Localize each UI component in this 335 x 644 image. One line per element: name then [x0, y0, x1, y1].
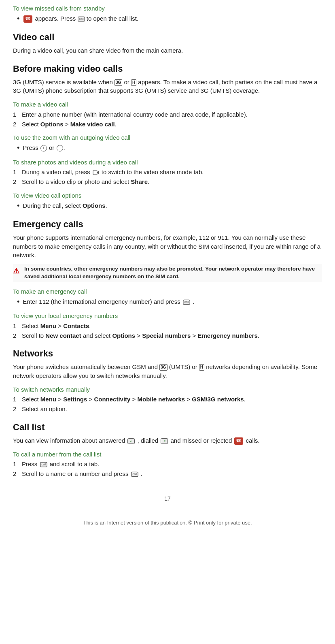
zoom-bullet: • Press + or −. — [17, 143, 322, 153]
video-call-heading: Video call — [13, 31, 322, 44]
svg-text:call: call — [132, 473, 137, 476]
call-list-body: You can view information about answered … — [13, 436, 322, 445]
switch-networks-item-2: 2 Select an option. — [13, 405, 322, 414]
warning-text: In some countries, other emergency numbe… — [24, 265, 322, 281]
page-footer: This is an Internet version of this publ… — [13, 515, 322, 527]
bullet-dot: • — [17, 14, 19, 23]
3g-badge-2: 3G — [159, 364, 167, 371]
make-emergency-bullet: • Enter 112 (the international emergency… — [17, 297, 322, 307]
call-number-heading: To call a number from the call list — [13, 450, 322, 459]
make-emergency-heading: To make an emergency call — [13, 287, 322, 296]
share-item-2: 2 Scroll to a video clip or photo and se… — [13, 177, 322, 186]
missed-call-icon: ☎ — [23, 15, 32, 23]
missed-calls-heading: To view missed calls from standby — [13, 4, 322, 13]
warning-box: ⚠ In some countries, other emergency num… — [13, 264, 322, 282]
view-options-bullet: • During the call, select Options. — [17, 201, 322, 211]
zoom-plus-icon: + — [40, 145, 47, 151]
page-number: 17 — [13, 495, 322, 503]
before-video-heading: Before making video calls — [13, 62, 322, 75]
view-options-heading: To view video call options — [13, 191, 322, 200]
video-share-icon — [93, 169, 99, 176]
view-emergency-item-2: 2 Scroll to New contact and select Optio… — [13, 331, 322, 340]
share-heading: To share photos and videos during a vide… — [13, 158, 322, 167]
networks-body: Your phone switches automatically betwee… — [13, 363, 322, 380]
switch-networks-list: 1 Select Menu > Settings > Connectivity … — [13, 395, 322, 414]
make-video-call-item-1: 1 Enter a phone number (with internation… — [13, 110, 322, 119]
warning-icon: ⚠ — [13, 266, 21, 276]
call-list-heading: Call list — [13, 421, 322, 434]
svg-text:call: call — [184, 300, 189, 304]
networks-heading: Networks — [13, 347, 322, 360]
missed-rejected-icon: ☎ — [234, 437, 243, 445]
emergency-body: Your phone supports international emerge… — [13, 233, 322, 260]
share-list: 1 During a video call, press to switch t… — [13, 168, 322, 186]
h-badge-2: H — [199, 364, 204, 371]
svg-text:↗: ↗ — [163, 439, 166, 443]
share-item-1: 1 During a video call, press to switch t… — [13, 168, 322, 177]
zoom-heading: To use the zoom with an outgoing video c… — [13, 133, 322, 142]
make-video-call-heading: To make a video call — [13, 100, 322, 109]
zoom-minus-icon: − — [57, 145, 63, 151]
view-emergency-item-1: 1 Select Menu > Contacts. — [13, 322, 322, 331]
switch-networks-item-1: 1 Select Menu > Settings > Connectivity … — [13, 395, 322, 404]
emergency-heading: Emergency calls — [13, 218, 322, 231]
svg-rect-2 — [93, 171, 97, 175]
call-button-icon: call — [78, 16, 85, 22]
make-video-call-item-2: 2 Select Options > Make video call. — [13, 120, 322, 129]
answered-call-icon: ↙ — [127, 438, 135, 444]
svg-text:call: call — [79, 17, 83, 21]
call-list-call-icon-1: call — [40, 462, 47, 467]
view-emergency-list: 1 Select Menu > Contacts. 2 Scroll to Ne… — [13, 322, 322, 340]
h-badge-1: H — [131, 79, 136, 86]
before-video-body: 3G (UMTS) service is available when 3G o… — [13, 78, 322, 96]
emergency-call-icon: call — [183, 299, 190, 305]
svg-marker-3 — [97, 171, 99, 174]
svg-text:↙: ↙ — [130, 439, 133, 443]
3g-badge-1: 3G — [114, 79, 122, 86]
dialled-call-icon: ↗ — [161, 438, 168, 444]
call-number-list: 1 Press call and scroll to a tab. 2 Scro… — [13, 460, 322, 478]
svg-text:call: call — [41, 463, 46, 467]
call-number-item-2: 2 Scroll to a name or a number and press… — [13, 469, 322, 478]
video-call-body: During a video call, you can share video… — [13, 46, 322, 55]
call-number-item-1: 1 Press call and scroll to a tab. — [13, 460, 322, 469]
view-emergency-heading: To view your local emergency numbers — [13, 311, 322, 320]
missed-calls-text: ☎ appears. Press call to open the call l… — [23, 14, 138, 23]
call-list-call-icon-2: call — [131, 471, 138, 477]
missed-calls-bullet: • ☎ appears. Press call to open the call… — [17, 14, 322, 23]
make-video-call-list: 1 Enter a phone number (with internation… — [13, 110, 322, 129]
switch-networks-heading: To switch networks manually — [13, 385, 322, 394]
